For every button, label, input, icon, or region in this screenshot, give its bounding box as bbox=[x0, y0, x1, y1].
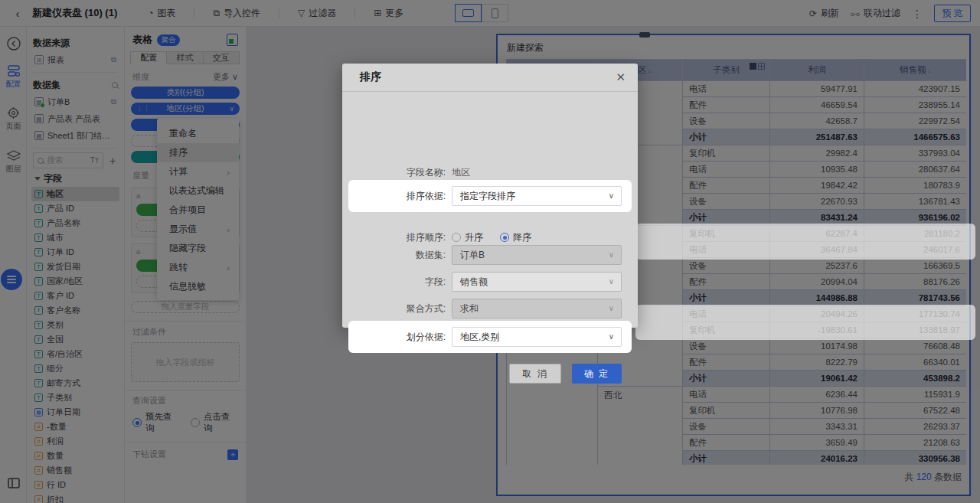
cancel-button[interactable]: 取 消 bbox=[509, 364, 560, 384]
aggregation-select[interactable]: 求和∨ bbox=[452, 299, 622, 318]
chevron-down-icon: ∨ bbox=[609, 273, 614, 291]
chevron-down-icon: ∨ bbox=[609, 187, 614, 205]
sort-by-label: 排序依据: bbox=[342, 186, 446, 206]
chevron-down-icon: ∨ bbox=[609, 299, 614, 318]
partition-select[interactable]: 地区,类别∨ bbox=[452, 327, 622, 347]
partition-highlight: 划分依据: 地区,类别∨ bbox=[348, 321, 632, 353]
highlight-rows-2 bbox=[635, 305, 975, 340]
partition-label: 划分依据: bbox=[342, 327, 446, 347]
sort-by-highlight: 排序依据: 指定字段排序∨ bbox=[348, 180, 632, 212]
radio-icon bbox=[452, 233, 461, 242]
chevron-down-icon: ∨ bbox=[609, 246, 614, 264]
close-icon[interactable]: ✕ bbox=[616, 70, 626, 84]
aggregation-label: 聚合方式: bbox=[342, 299, 446, 318]
sort-dialog: 排序 ✕ 字段名称: 地区 排序依据: 指定字段排序∨ 排序顺序: 升序 降序 … bbox=[342, 64, 638, 328]
radio-descending[interactable]: 降序 bbox=[500, 231, 531, 244]
radio-ascending[interactable]: 升序 bbox=[452, 231, 483, 244]
sort-by-select[interactable]: 指定字段排序∨ bbox=[452, 186, 622, 206]
dataset-label: 数据集: bbox=[342, 245, 446, 265]
highlight-rows-1 bbox=[635, 224, 975, 260]
confirm-button[interactable]: 确 定 bbox=[572, 364, 622, 384]
chevron-down-icon: ∨ bbox=[609, 328, 614, 346]
dialog-title: 排序 bbox=[360, 70, 616, 84]
field-label: 字段: bbox=[342, 272, 446, 292]
radio-icon bbox=[500, 233, 509, 242]
dataset-select[interactable]: 订单B∨ bbox=[452, 245, 622, 265]
field-select[interactable]: 销售额∨ bbox=[452, 272, 622, 292]
